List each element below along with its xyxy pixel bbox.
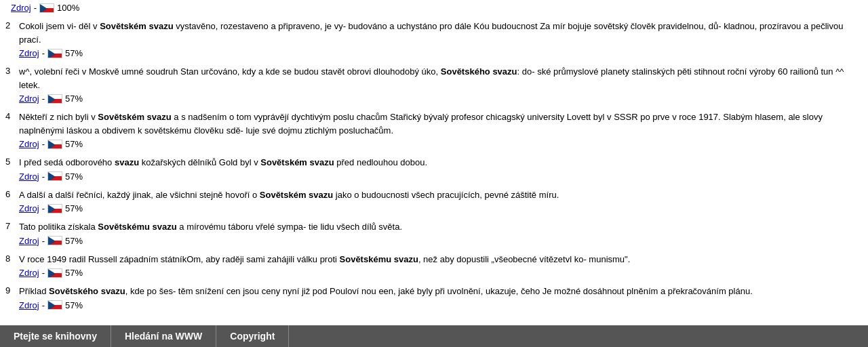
source-link[interactable]: Zdroj [19,171,39,182]
czech-flag-icon [39,3,54,13]
bottom-navigation: Ptejte se knihovnyHledání na WWWCopyrigh… [0,325,868,347]
czech-flag-icon [47,236,62,245]
result-number: 3 [5,65,19,76]
result-body: Tato politika získala Sovětskému svazu a… [19,220,860,246]
results-area[interactable]: Zdroj - 100% 2Cokoli jsem vi- děl v Sově… [0,0,868,325]
result-body: Cokoli jsem vi- děl v Sovětském svazu vy… [19,20,860,58]
result-number: 4 [5,110,19,121]
czech-flag-icon [47,268,62,278]
source-link[interactable]: Zdroj [19,268,39,278]
results-list: 2Cokoli jsem vi- děl v Sovětském svazu v… [5,20,860,310]
result-body: Někteří z nich byli v Sovětském svazu a … [19,110,860,149]
result-body: w^, volební řeči v Moskvě umné soudruh S… [19,65,860,104]
result-item-3: 3w^, volební řeči v Moskvě umné soudruh … [5,65,860,104]
source-line: Zdroj - 57% [19,94,860,104]
source-link[interactable]: Zdroj [19,94,39,104]
result-item-9: 9Příklad Sovětského svazu, kde po šes- t… [5,285,860,310]
source-link[interactable]: Zdroj [19,300,39,310]
result-text: w^, volební řeči v Moskvě umné soudruh S… [19,65,860,91]
nav-item-copyright[interactable]: Copyright [216,325,289,347]
source-percent: 57% [65,268,83,278]
source-line: Zdroj - 57% [19,268,860,278]
result-text: Tato politika získala Sovětskému svazu a… [19,220,860,234]
source-percent: 57% [65,203,83,213]
result-item-4: 4Někteří z nich byli v Sovětském svazu a… [5,110,860,149]
czech-flag-icon [47,140,62,149]
result-number: 6 [5,188,19,199]
result-body: V roce 1949 radil Russell západním státn… [19,253,860,279]
result-text: V roce 1949 radil Russell západním státn… [19,253,860,266]
top-source-percent: 100% [57,3,79,13]
source-line: Zdroj - 57% [19,139,860,149]
czech-flag-icon [47,49,62,58]
source-percent: 57% [65,94,83,104]
result-text: Cokoli jsem vi- děl v Sovětském svazu vy… [19,20,860,46]
result-item-5: 5I před sedá odborového svazu kožařských… [5,156,860,182]
result-number: 5 [5,156,19,167]
nav-item-library[interactable]: Ptejte se knihovny [0,325,111,347]
source-link[interactable]: Zdroj [19,203,39,213]
source-link[interactable]: Zdroj [19,236,39,246]
source-line: Zdroj - 57% [19,48,860,58]
result-item-6: 6A další a další řečníci, každý jinak, a… [5,188,860,214]
source-link[interactable]: Zdroj [19,139,39,149]
nav-items: Ptejte se knihovnyHledání na WWWCopyrigh… [0,325,289,347]
source-line: Zdroj - 57% [19,171,860,182]
source-percent: 57% [65,48,83,58]
result-text: I před sedá odborového svazu kožařských … [19,156,860,169]
result-item-2: 2Cokoli jsem vi- děl v Sovětském svazu v… [5,20,860,58]
source-percent: 57% [65,139,83,149]
source-percent: 57% [65,171,83,182]
nav-item-www[interactable]: Hledání na WWW [111,325,216,347]
source-line: Zdroj - 57% [19,300,860,310]
czech-flag-icon [47,300,62,310]
result-body: I před sedá odborového svazu kožařských … [19,156,860,182]
result-number: 9 [5,285,19,295]
result-item-7: 7Tato politika získala Sovětskému svazu … [5,220,860,246]
czech-flag-icon [47,94,62,104]
source-percent: 57% [65,236,83,246]
source-link[interactable]: Zdroj [19,48,39,58]
source-percent: 57% [65,300,83,310]
result-number: 8 [5,253,19,264]
result-text: Příklad Sovětského svazu, kde po šes- tě… [19,285,860,298]
result-number: 2 [5,20,19,30]
result-number: 7 [5,220,19,231]
source-line: Zdroj - 57% [19,236,860,246]
source-line: Zdroj - 57% [19,203,860,213]
result-body: Příklad Sovětského svazu, kde po šes- tě… [19,285,860,310]
czech-flag-icon [47,204,62,213]
result-text: A další a další řečníci, každý jinak, al… [19,188,860,202]
result-body: A další a další řečníci, každý jinak, al… [19,188,860,214]
result-text: Někteří z nich byli v Sovětském svazu a … [19,110,860,137]
czech-flag-icon [47,171,62,181]
result-item-8: 8V roce 1949 radil Russell západním stát… [5,253,860,279]
dash-separator: - [34,3,37,13]
top-source-link[interactable]: Zdroj [11,3,31,13]
